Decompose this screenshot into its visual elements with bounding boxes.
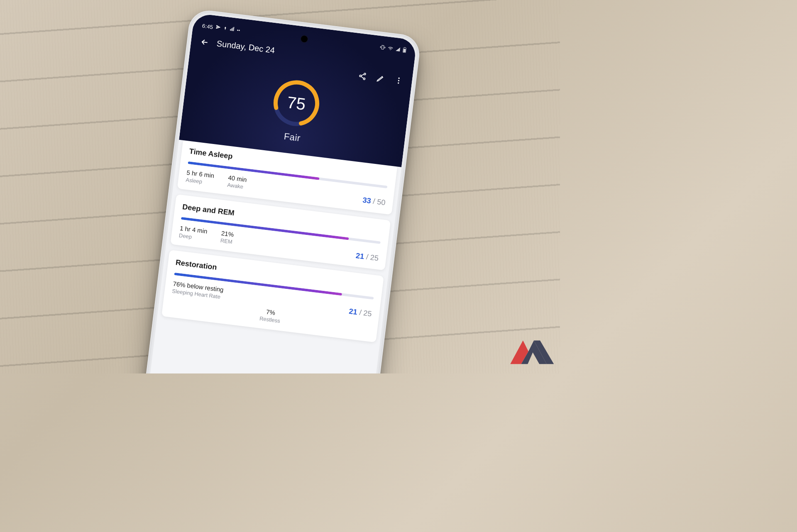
cell-signal-icon: [395, 46, 401, 53]
watermark-logo: [499, 334, 557, 372]
more-icon[interactable]: [394, 76, 403, 85]
phone-frame: 6:45 ••: [134, 8, 422, 373]
vibrate-icon: [379, 44, 386, 52]
score-value: 75: [269, 76, 324, 131]
card-fraction: 21 / 25: [348, 307, 372, 319]
card-fraction: 21 / 25: [355, 251, 379, 263]
signal-bars-icon: [229, 26, 235, 33]
battery-icon: [402, 47, 407, 54]
stat-awake: 40 min Awake: [227, 174, 247, 190]
app-header: 6:45 ••: [179, 13, 417, 167]
cards-list: Time Asleep 5 hr 6 min Asleep 40 min: [156, 134, 402, 351]
svg-point-11: [398, 80, 400, 81]
svg-point-12: [398, 82, 399, 84]
svg-marker-17: [534, 340, 554, 364]
svg-marker-15: [510, 340, 528, 364]
stat-restless: 7% Restless: [259, 307, 281, 324]
diamond-icon: [222, 25, 227, 32]
svg-point-7: [364, 73, 366, 75]
svg-rect-3: [233, 27, 234, 31]
share-icon[interactable]: [358, 71, 367, 81]
svg-marker-16: [521, 340, 547, 364]
phone-screen: 6:45 ••: [139, 13, 417, 373]
edit-icon[interactable]: [376, 74, 385, 83]
wifi-icon: [387, 45, 394, 53]
svg-rect-6: [403, 49, 406, 52]
stat-rem: 21% REM: [220, 229, 234, 245]
send-icon: [215, 24, 221, 31]
svg-point-10: [398, 78, 400, 79]
back-button[interactable]: [200, 37, 210, 47]
svg-rect-0: [230, 29, 231, 31]
status-time: 6:45: [202, 23, 213, 30]
svg-rect-2: [232, 27, 233, 31]
stat-deep: 1 hr 4 min Deep: [178, 225, 208, 242]
score-label: Fair: [284, 131, 301, 144]
dots-icon: ••: [237, 28, 240, 33]
card-fraction: 33 / 50: [362, 196, 386, 207]
stat-asleep: 5 hr 6 min Asleep: [186, 169, 215, 186]
score-ring[interactable]: 75: [269, 76, 324, 131]
svg-rect-1: [231, 28, 232, 31]
